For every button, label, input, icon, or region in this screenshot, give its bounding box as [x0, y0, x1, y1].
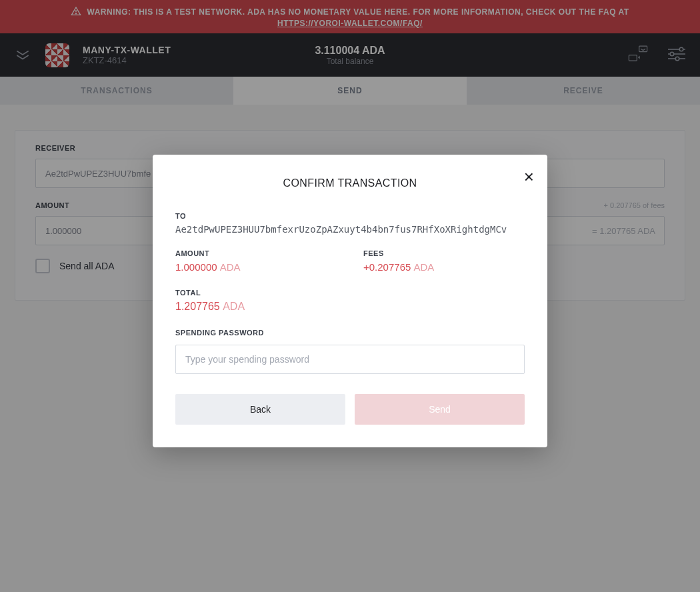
modal-amount-value: 1.000000 ADA: [175, 261, 337, 273]
to-address: Ae2tdPwUPEZ3HUU7bmfexrUzoZpAZxuyt4b4bn7f…: [175, 224, 525, 235]
confirm-transaction-modal: CONFIRM TRANSACTION × TO Ae2tdPwUPEZ3HUU…: [153, 155, 547, 447]
modal-title: CONFIRM TRANSACTION: [175, 177, 525, 189]
modal-total-label: TOTAL: [175, 289, 525, 297]
modal-fees-label: FEES: [363, 249, 525, 257]
close-icon[interactable]: ×: [524, 168, 534, 185]
modal-total-value: 1.207765 ADA: [175, 301, 525, 313]
send-button[interactable]: Send: [355, 394, 525, 425]
back-button[interactable]: Back: [175, 394, 345, 425]
modal-amount-label: AMOUNT: [175, 249, 337, 257]
spending-password-input[interactable]: [175, 345, 525, 374]
spending-password-label: SPENDING PASSWORD: [175, 329, 525, 337]
modal-fees-value: +0.207765 ADA: [363, 261, 525, 273]
to-label: TO: [175, 212, 525, 220]
